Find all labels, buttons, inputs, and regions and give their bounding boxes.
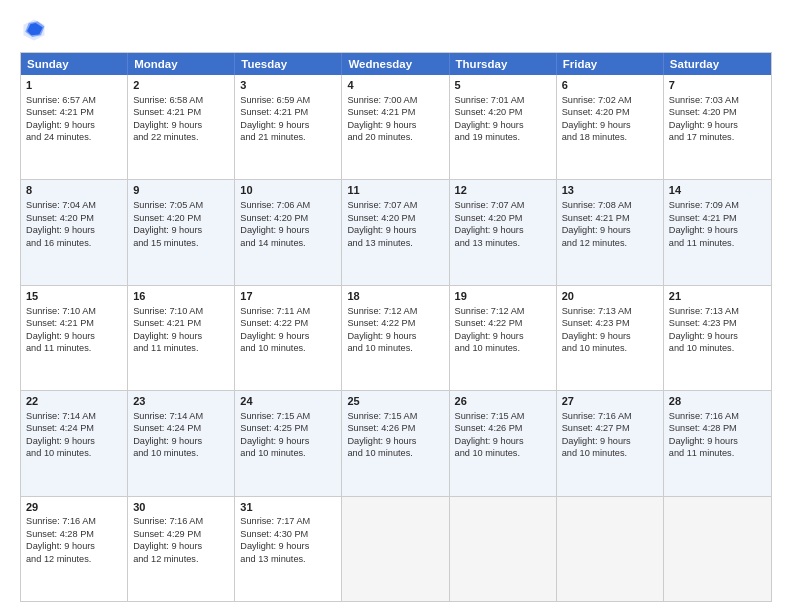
day-info-line: Daylight: 9 hours [347, 330, 443, 342]
day-cell-8: 8Sunrise: 7:04 AMSunset: 4:20 PMDaylight… [21, 180, 128, 284]
day-cell-12: 12Sunrise: 7:07 AMSunset: 4:20 PMDayligh… [450, 180, 557, 284]
day-number: 29 [26, 500, 122, 515]
day-number: 27 [562, 394, 658, 409]
day-number: 9 [133, 183, 229, 198]
day-info-line: Sunset: 4:28 PM [669, 422, 766, 434]
page: SundayMondayTuesdayWednesdayThursdayFrid… [0, 0, 792, 612]
day-info-line: and 10 minutes. [347, 447, 443, 459]
day-info-line: Daylight: 9 hours [26, 119, 122, 131]
day-cell-10: 10Sunrise: 7:06 AMSunset: 4:20 PMDayligh… [235, 180, 342, 284]
day-info-line: Daylight: 9 hours [240, 119, 336, 131]
day-info-line: Sunrise: 7:12 AM [347, 305, 443, 317]
day-cell-20: 20Sunrise: 7:13 AMSunset: 4:23 PMDayligh… [557, 286, 664, 390]
day-info-line: and 10 minutes. [669, 342, 766, 354]
day-info-line: Sunrise: 7:04 AM [26, 199, 122, 211]
day-cell-3: 3Sunrise: 6:59 AMSunset: 4:21 PMDaylight… [235, 75, 342, 179]
day-info-line: Daylight: 9 hours [562, 330, 658, 342]
day-info-line: Sunrise: 7:03 AM [669, 94, 766, 106]
day-info-line: and 11 minutes. [133, 342, 229, 354]
day-info-line: Daylight: 9 hours [347, 224, 443, 236]
day-number: 26 [455, 394, 551, 409]
calendar-header: SundayMondayTuesdayWednesdayThursdayFrid… [21, 53, 771, 75]
day-info-line: and 11 minutes. [669, 237, 766, 249]
day-info-line: Sunrise: 6:58 AM [133, 94, 229, 106]
day-info-line: Daylight: 9 hours [240, 330, 336, 342]
day-number: 8 [26, 183, 122, 198]
day-number: 12 [455, 183, 551, 198]
day-info-line: Sunrise: 7:02 AM [562, 94, 658, 106]
day-number: 1 [26, 78, 122, 93]
day-info-line: Sunset: 4:20 PM [562, 106, 658, 118]
day-info-line: Sunrise: 7:05 AM [133, 199, 229, 211]
day-info-line: Sunrise: 7:15 AM [455, 410, 551, 422]
day-info-line: and 24 minutes. [26, 131, 122, 143]
day-cell-22: 22Sunrise: 7:14 AMSunset: 4:24 PMDayligh… [21, 391, 128, 495]
day-info-line: Daylight: 9 hours [347, 119, 443, 131]
day-info-line: and 21 minutes. [240, 131, 336, 143]
day-info-line: Daylight: 9 hours [240, 540, 336, 552]
day-info-line: Sunset: 4:20 PM [26, 212, 122, 224]
day-number: 19 [455, 289, 551, 304]
day-number: 13 [562, 183, 658, 198]
day-info-line: Sunrise: 7:11 AM [240, 305, 336, 317]
day-info-line: Daylight: 9 hours [562, 435, 658, 447]
day-info-line: and 10 minutes. [455, 447, 551, 459]
day-cell-11: 11Sunrise: 7:07 AMSunset: 4:20 PMDayligh… [342, 180, 449, 284]
day-cell-17: 17Sunrise: 7:11 AMSunset: 4:22 PMDayligh… [235, 286, 342, 390]
day-info-line: Daylight: 9 hours [669, 119, 766, 131]
day-number: 10 [240, 183, 336, 198]
day-cell-14: 14Sunrise: 7:09 AMSunset: 4:21 PMDayligh… [664, 180, 771, 284]
day-cell-6: 6Sunrise: 7:02 AMSunset: 4:20 PMDaylight… [557, 75, 664, 179]
day-info-line: Sunset: 4:20 PM [455, 212, 551, 224]
week-row-5: 29Sunrise: 7:16 AMSunset: 4:28 PMDayligh… [21, 496, 771, 601]
day-info-line: and 10 minutes. [240, 447, 336, 459]
day-info-line: Daylight: 9 hours [455, 224, 551, 236]
day-info-line: Sunset: 4:30 PM [240, 528, 336, 540]
day-number: 18 [347, 289, 443, 304]
week-row-1: 1Sunrise: 6:57 AMSunset: 4:21 PMDaylight… [21, 75, 771, 179]
day-info-line: Sunrise: 6:59 AM [240, 94, 336, 106]
day-cell-15: 15Sunrise: 7:10 AMSunset: 4:21 PMDayligh… [21, 286, 128, 390]
day-info-line: Sunrise: 7:10 AM [26, 305, 122, 317]
empty-cell [450, 497, 557, 601]
day-info-line: Daylight: 9 hours [240, 435, 336, 447]
day-cell-30: 30Sunrise: 7:16 AMSunset: 4:29 PMDayligh… [128, 497, 235, 601]
day-info-line: Daylight: 9 hours [347, 435, 443, 447]
day-info-line: Sunset: 4:24 PM [26, 422, 122, 434]
day-info-line: Sunrise: 6:57 AM [26, 94, 122, 106]
day-info-line: Daylight: 9 hours [26, 540, 122, 552]
day-number: 30 [133, 500, 229, 515]
day-info-line: Sunset: 4:21 PM [133, 317, 229, 329]
day-cell-27: 27Sunrise: 7:16 AMSunset: 4:27 PMDayligh… [557, 391, 664, 495]
day-info-line: Sunrise: 7:13 AM [669, 305, 766, 317]
day-info-line: Daylight: 9 hours [240, 224, 336, 236]
empty-cell [557, 497, 664, 601]
day-info-line: Sunrise: 7:07 AM [347, 199, 443, 211]
day-info-line: Sunrise: 7:15 AM [240, 410, 336, 422]
day-info-line: Sunset: 4:21 PM [133, 106, 229, 118]
logo-icon [20, 16, 48, 44]
day-info-line: and 10 minutes. [26, 447, 122, 459]
day-info-line: and 19 minutes. [455, 131, 551, 143]
day-info-line: Sunset: 4:26 PM [455, 422, 551, 434]
day-info-line: Sunset: 4:22 PM [455, 317, 551, 329]
day-info-line: and 15 minutes. [133, 237, 229, 249]
day-info-line: Sunset: 4:22 PM [347, 317, 443, 329]
day-info-line: Daylight: 9 hours [133, 119, 229, 131]
day-info-line: Sunset: 4:21 PM [240, 106, 336, 118]
day-info-line: Daylight: 9 hours [133, 330, 229, 342]
day-info-line: and 20 minutes. [347, 131, 443, 143]
week-row-3: 15Sunrise: 7:10 AMSunset: 4:21 PMDayligh… [21, 285, 771, 390]
empty-cell [342, 497, 449, 601]
day-info-line: Daylight: 9 hours [562, 224, 658, 236]
day-cell-2: 2Sunrise: 6:58 AMSunset: 4:21 PMDaylight… [128, 75, 235, 179]
day-info-line: Sunset: 4:26 PM [347, 422, 443, 434]
day-number: 21 [669, 289, 766, 304]
day-info-line: Daylight: 9 hours [26, 435, 122, 447]
day-info-line: Sunrise: 7:10 AM [133, 305, 229, 317]
day-number: 28 [669, 394, 766, 409]
day-info-line: Sunrise: 7:16 AM [562, 410, 658, 422]
day-cell-13: 13Sunrise: 7:08 AMSunset: 4:21 PMDayligh… [557, 180, 664, 284]
day-info-line: Sunset: 4:27 PM [562, 422, 658, 434]
day-info-line: Sunset: 4:20 PM [240, 212, 336, 224]
